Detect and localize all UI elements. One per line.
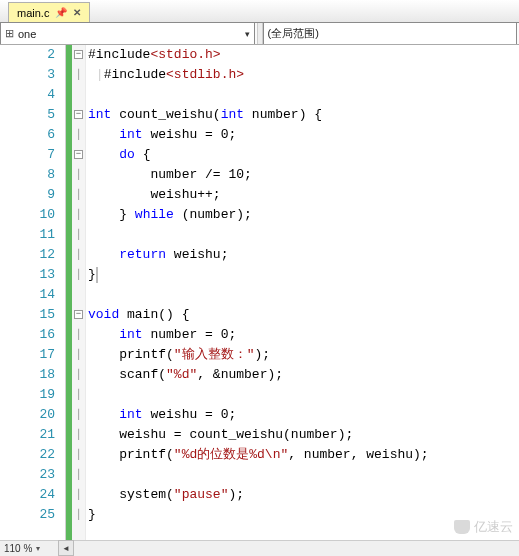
line-number: 5: [0, 105, 65, 125]
fold-guide: │: [72, 165, 85, 185]
code-line: printf("输入整数：");: [88, 345, 519, 365]
line-number: 13: [0, 265, 65, 285]
fold-toggle[interactable]: −: [72, 105, 85, 125]
line-number: 10: [0, 205, 65, 225]
scope-icon: ⊞: [5, 27, 14, 40]
fold-toggle[interactable]: −: [72, 45, 85, 65]
code-line: weishu++;: [88, 185, 519, 205]
fold-guide: │: [72, 65, 85, 85]
fold-guide: │: [72, 345, 85, 365]
line-number: 22: [0, 445, 65, 465]
fold-guide: │: [72, 245, 85, 265]
pin-icon[interactable]: 📌: [55, 7, 67, 18]
fold-guide: │: [72, 485, 85, 505]
fold-guide: [72, 85, 85, 105]
code-line: weishu = count_weishu(number);: [88, 425, 519, 445]
code-line: } while (number);: [88, 205, 519, 225]
fold-guide: │: [72, 405, 85, 425]
line-number: 9: [0, 185, 65, 205]
fold-guide: │: [72, 505, 85, 525]
line-number: 23: [0, 465, 65, 485]
code-line: [88, 385, 519, 405]
line-number: 8: [0, 165, 65, 185]
code-line: return weishu;: [88, 245, 519, 265]
code-editor[interactable]: 2 3 4 5 6 7 8 9 10 11 12 13 14 15 16 17 …: [0, 45, 519, 540]
scroll-left-button[interactable]: ◄: [58, 540, 74, 556]
scope-right-label: (全局范围): [268, 26, 319, 41]
line-number: 11: [0, 225, 65, 245]
fold-column: − │ − │ − │ │ │ │ │ │ − │ │ │ │ │ │ │ │ …: [72, 45, 86, 540]
line-number: 14: [0, 285, 65, 305]
code-line: #include<stdio.h>: [88, 45, 519, 65]
line-number: 6: [0, 125, 65, 145]
watermark-text: 亿速云: [474, 518, 513, 536]
fold-guide: │: [72, 205, 85, 225]
fold-guide: │: [72, 125, 85, 145]
code-line: scanf("%d", &number);: [88, 365, 519, 385]
tab-filename: main.c: [17, 7, 49, 19]
text-caret: [96, 267, 98, 283]
scope-dropdown-right[interactable]: (全局范围): [263, 23, 518, 44]
line-number: 21: [0, 425, 65, 445]
fold-guide: │: [72, 445, 85, 465]
fold-guide: │: [72, 465, 85, 485]
fold-toggle[interactable]: −: [72, 145, 85, 165]
scope-dropdown-left[interactable]: ⊞ one ▾: [0, 23, 255, 44]
line-number: 25: [0, 505, 65, 525]
chevron-down-icon: ▾: [245, 29, 250, 39]
watermark: 亿速云: [454, 518, 513, 536]
line-number: 3: [0, 65, 65, 85]
file-tab-main-c[interactable]: main.c 📌 ✕: [8, 2, 90, 22]
fold-toggle[interactable]: −: [72, 305, 85, 325]
fold-guide: [72, 285, 85, 305]
line-number: 18: [0, 365, 65, 385]
close-icon[interactable]: ✕: [73, 7, 81, 18]
scope-label: one: [18, 28, 36, 40]
line-number: 17: [0, 345, 65, 365]
code-line: [88, 285, 519, 305]
code-line: number /= 10;: [88, 165, 519, 185]
code-line: [88, 225, 519, 245]
fold-guide: │: [72, 385, 85, 405]
code-line: }: [88, 265, 519, 285]
chevron-down-icon[interactable]: ▾: [36, 544, 40, 553]
line-number: 12: [0, 245, 65, 265]
line-number: 19: [0, 385, 65, 405]
line-number: 24: [0, 485, 65, 505]
line-number-gutter: 2 3 4 5 6 7 8 9 10 11 12 13 14 15 16 17 …: [0, 45, 66, 540]
code-line: [88, 85, 519, 105]
line-number: 16: [0, 325, 65, 345]
line-number: 2: [0, 45, 65, 65]
code-line: int count_weishu(int number) {: [88, 105, 519, 125]
code-area[interactable]: #include<stdio.h> |#include<stdlib.h> in…: [86, 45, 519, 540]
code-line: void main() {: [88, 305, 519, 325]
navigation-toolbar: ⊞ one ▾ (全局范围): [0, 23, 519, 45]
zoom-level[interactable]: 110 %: [4, 543, 32, 554]
line-number: 7: [0, 145, 65, 165]
code-line: |#include<stdlib.h>: [88, 65, 519, 85]
code-line: int weishu = 0;: [88, 125, 519, 145]
line-number: 20: [0, 405, 65, 425]
status-bar: 110 % ▾ ◄: [0, 540, 519, 556]
fold-guide: │: [72, 265, 85, 285]
fold-guide: │: [72, 325, 85, 345]
code-line: int number = 0;: [88, 325, 519, 345]
code-line: do {: [88, 145, 519, 165]
fold-guide: │: [72, 425, 85, 445]
fold-guide: │: [72, 185, 85, 205]
tab-bar: main.c 📌 ✕: [0, 0, 519, 23]
line-number: 15: [0, 305, 65, 325]
cloud-icon: [454, 520, 470, 534]
fold-guide: │: [72, 225, 85, 245]
fold-guide: │: [72, 365, 85, 385]
code-line: system("pause");: [88, 485, 519, 505]
code-line: [88, 465, 519, 485]
line-number: 4: [0, 85, 65, 105]
code-line: printf("%d的位数是%d\n", number, weishu);: [88, 445, 519, 465]
code-line: int weishu = 0;: [88, 405, 519, 425]
